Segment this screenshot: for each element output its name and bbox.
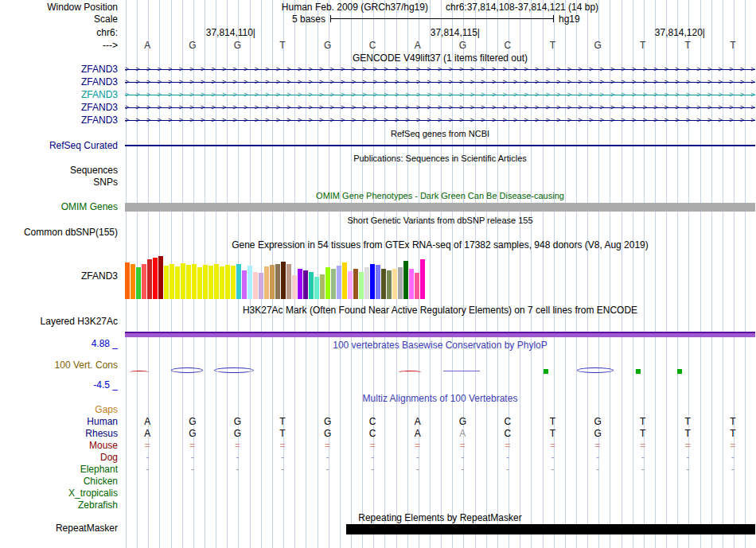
- gtex-bar[interactable]: [348, 271, 353, 299]
- multiz-row-gaps[interactable]: Gaps: [0, 404, 756, 416]
- gtex-bar[interactable]: [387, 270, 392, 299]
- h3k27ac-label[interactable]: Layered H3K27Ac: [41, 316, 118, 327]
- gene-row[interactable]: ZFAND3>>>>>>>>>>>>>>>>>>>>>>>>>>>>>>>>>>…: [0, 64, 756, 76]
- gtex-bar[interactable]: [153, 258, 158, 299]
- gtex-bar[interactable]: [398, 267, 403, 299]
- gtex-bar[interactable]: [342, 262, 347, 299]
- gtex-bar[interactable]: [181, 263, 185, 299]
- gtex-bar[interactable]: [264, 266, 269, 299]
- repeatmasker-row[interactable]: RepeatMasker: [0, 523, 756, 535]
- gencode-title[interactable]: GENCODE V49lift37 (1 items filtered out): [353, 52, 528, 64]
- gtex-bar[interactable]: [364, 267, 369, 299]
- species-label[interactable]: Chicken: [84, 476, 118, 487]
- gtex-bar[interactable]: [420, 259, 425, 299]
- gtex-bar[interactable]: [275, 264, 280, 299]
- gtex-bar[interactable]: [186, 265, 191, 299]
- gtex-bar[interactable]: [214, 264, 219, 299]
- scale-label[interactable]: Scale: [94, 14, 118, 25]
- gene-label[interactable]: ZFAND3: [81, 102, 118, 113]
- gtex-bar[interactable]: [309, 272, 314, 299]
- gtex-bar[interactable]: [253, 272, 258, 299]
- gtex-bar[interactable]: [208, 266, 213, 299]
- gene-label[interactable]: ZFAND3: [81, 76, 118, 87]
- species-label[interactable]: Gaps: [95, 404, 118, 415]
- h3k27ac-row[interactable]: Layered H3K27Ac: [0, 316, 756, 338]
- gtex-bar[interactable]: [164, 266, 169, 299]
- multiz-row-elephant[interactable]: Elephant--------------: [0, 464, 756, 476]
- repeatmasker-bar[interactable]: [346, 524, 755, 534]
- gtex-bar[interactable]: [337, 266, 341, 299]
- window-position-label[interactable]: Window Position: [47, 2, 118, 13]
- gtex-bar[interactable]: [415, 273, 419, 299]
- gtex-bar[interactable]: [292, 275, 297, 299]
- gtex-bar[interactable]: [286, 264, 291, 299]
- omim-genes-label[interactable]: OMIM Genes: [61, 201, 118, 212]
- gene-row[interactable]: ZFAND3>>>>>>>>>>>>>>>>>>>>>>>>>>>>>>>>>>…: [0, 102, 756, 114]
- species-label[interactable]: Mouse: [89, 440, 118, 451]
- dbsnp-title[interactable]: Short Genetic Variants from dbSNP releas…: [347, 216, 532, 225]
- gtex-bar[interactable]: [314, 277, 319, 299]
- gtex-bar[interactable]: [270, 265, 275, 299]
- species-label[interactable]: Elephant: [80, 464, 118, 475]
- gtex-title[interactable]: Gene Expression in 54 tissues from GTEx …: [232, 239, 649, 251]
- gtex-bar[interactable]: [147, 259, 152, 299]
- gtex-bar[interactable]: [392, 269, 397, 299]
- gtex-row[interactable]: ZFAND3: [0, 251, 756, 301]
- dbsnp-row[interactable]: Common dbSNP(155): [0, 227, 756, 239]
- multiz-title[interactable]: Multiz Alignments of 100 Vertebrates: [363, 393, 518, 404]
- gtex-bar[interactable]: [225, 265, 230, 299]
- gtex-bar[interactable]: [203, 265, 208, 299]
- h3k27ac-title[interactable]: H3K27Ac Mark (Often Found Near Active Re…: [243, 305, 637, 316]
- gtex-bar[interactable]: [353, 269, 358, 299]
- multiz-row-zebrafish[interactable]: Zebrafish: [0, 499, 756, 511]
- sequences-row[interactable]: Sequences: [0, 165, 756, 177]
- gtex-bar[interactable]: [142, 264, 146, 299]
- gtex-bar[interactable]: [170, 264, 174, 299]
- gtex-bar[interactable]: [298, 269, 302, 299]
- repeatmasker-title[interactable]: Repeating Elements by RepeatMasker: [358, 512, 521, 523]
- omim-title[interactable]: OMIM Gene Phenotypes - Dark Green Can Be…: [316, 191, 564, 200]
- gtex-bar[interactable]: [403, 261, 408, 299]
- phylop-track[interactable]: 4.88 _ 100 Vert. Cons -4.5 _ 100 vertebr…: [0, 337, 756, 393]
- multiz-row-mouse[interactable]: Mouse==============: [0, 440, 756, 452]
- omim-gene-bar[interactable]: [125, 203, 755, 212]
- gene-label[interactable]: ZFAND3: [81, 64, 118, 75]
- gtex-gene-label[interactable]: ZFAND3: [81, 270, 118, 282]
- gtex-bar[interactable]: [192, 264, 197, 299]
- gtex-chart[interactable]: [125, 253, 425, 299]
- gtex-bar[interactable]: [158, 256, 163, 299]
- gtex-bar[interactable]: [331, 269, 336, 299]
- publications-title[interactable]: Publications: Sequences in Scientific Ar…: [353, 154, 527, 163]
- gtex-bar[interactable]: [376, 265, 380, 299]
- gtex-bar[interactable]: [370, 264, 375, 299]
- refseq-title[interactable]: RefSeq genes from NCBI: [391, 129, 489, 138]
- omim-row[interactable]: OMIM Genes: [0, 201, 756, 213]
- gene-row[interactable]: ZFAND3>>>>>>>>>>>>>>>>>>>>>>>>>>>>>>>>>>…: [0, 89, 756, 101]
- gene-label[interactable]: ZFAND3: [81, 115, 118, 126]
- gtex-bar[interactable]: [220, 266, 224, 299]
- gene-row[interactable]: ZFAND3>>>>>>>>>>>>>>>>>>>>>>>>>>>>>>>>>>…: [0, 115, 756, 126]
- gtex-bar[interactable]: [242, 270, 247, 299]
- gtex-bar[interactable]: [125, 262, 130, 299]
- repeatmasker-label[interactable]: RepeatMasker: [56, 523, 118, 534]
- refseq-row[interactable]: RefSeq Curated: [0, 140, 756, 152]
- species-label[interactable]: Zebrafish: [78, 499, 118, 511]
- sequences-label[interactable]: Sequences: [70, 165, 118, 176]
- gene-label[interactable]: ZFAND3: [81, 89, 118, 100]
- multiz-row-rhesus[interactable]: RhesusAGGTGCAACTGTTT: [0, 428, 756, 440]
- dbsnp-label[interactable]: Common dbSNP(155): [24, 227, 118, 238]
- gtex-bar[interactable]: [359, 272, 364, 299]
- multiz-row-chicken[interactable]: Chicken: [0, 476, 756, 488]
- gtex-bar[interactable]: [197, 267, 202, 299]
- species-label[interactable]: Dog: [100, 452, 118, 463]
- gtex-bar[interactable]: [136, 267, 141, 299]
- gtex-bar[interactable]: [303, 270, 308, 299]
- gtex-bar[interactable]: [131, 264, 135, 299]
- snps-label[interactable]: SNPs: [93, 177, 118, 188]
- gtex-bar[interactable]: [247, 266, 252, 299]
- gtex-bar[interactable]: [236, 264, 241, 299]
- refseq-curated-label[interactable]: RefSeq Curated: [49, 140, 118, 151]
- gtex-bar[interactable]: [320, 274, 325, 299]
- gtex-bar[interactable]: [259, 273, 263, 299]
- gtex-bar[interactable]: [381, 269, 386, 299]
